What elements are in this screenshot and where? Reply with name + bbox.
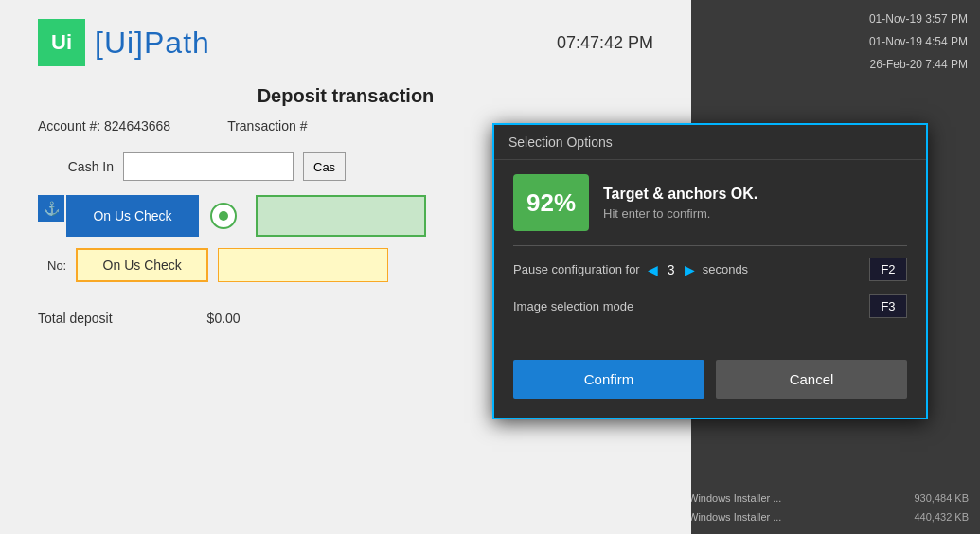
cash-in-input[interactable]: [123, 152, 294, 181]
logo-icon: Ui: [38, 19, 85, 66]
on-us-check-button-yellow[interactable]: On Us Check: [76, 248, 208, 282]
cash-button[interactable]: Cas: [303, 152, 346, 181]
logo-text: [Ui]Path: [95, 26, 210, 61]
pause-controls: ◀ 3 ▶: [648, 262, 695, 277]
target-inner: [219, 211, 228, 221]
anchor-icon: ⚓: [38, 195, 64, 222]
on-us-check-button-blue[interactable]: On Us Check: [66, 195, 199, 237]
success-title: Target & anchors OK.: [603, 186, 757, 203]
log-row-2: 01-Nov-19 4:54 PM: [685, 32, 972, 51]
time-display: 07:47:42 PM: [557, 33, 653, 53]
log-row-1: 01-Nov-19 3:57 PM: [685, 9, 972, 28]
modal-title: Selection Options: [508, 134, 613, 150]
deposit-title: Deposit transaction: [38, 85, 653, 107]
transaction-label: Transaction #: [227, 118, 307, 134]
total-value: $0.00: [207, 311, 241, 326]
confirm-button[interactable]: Confirm: [513, 360, 704, 399]
task-row-1: Windows Installer ... 930,484 KB: [685, 490, 972, 506]
task-name-1: Windows Installer ...: [688, 492, 781, 504]
f2-key-badge: F2: [869, 258, 907, 281]
modal-footer: Confirm Cancel: [494, 346, 926, 418]
success-text: Target & anchors OK. Hit enter to confir…: [603, 186, 757, 221]
yellow-input-field[interactable]: [218, 248, 388, 282]
header: Ui [Ui]Path 07:47:42 PM: [38, 19, 653, 66]
target-icon: [210, 203, 237, 229]
cash-in-label: Cash In: [38, 159, 114, 174]
pause-increment[interactable]: ▶: [685, 262, 695, 277]
selection-options-modal: Selection Options 92% Target & anchors O…: [492, 123, 928, 419]
task-size-1: 930,484 KB: [915, 492, 970, 504]
pause-value: 3: [664, 262, 679, 277]
percent-badge: 92%: [513, 174, 589, 231]
modal-title-bar: Selection Options: [494, 125, 926, 160]
f3-key-badge: F3: [869, 294, 907, 318]
log-row-3: 26-Feb-20 7:44 PM: [685, 55, 972, 74]
notes-label: No:: [47, 258, 66, 273]
target-container: [210, 203, 244, 229]
pause-decrement[interactable]: ◀: [648, 262, 658, 277]
task-name-2: Windows Installer ...: [688, 511, 781, 523]
pause-config-row: Pause configuration for ◀ 3 ▶ seconds F2: [513, 258, 907, 281]
header-left: Ui [Ui]Path: [38, 19, 210, 66]
modal-divider: [513, 245, 907, 246]
task-row-2: Windows Installer ... 440,432 KB: [685, 509, 972, 525]
account-label: Account #: 824643668: [38, 118, 170, 134]
image-selection-row: Image selection mode F3: [513, 294, 907, 318]
modal-body: 92% Target & anchors OK. Hit enter to co…: [494, 160, 926, 346]
total-label: Total deposit: [38, 311, 113, 326]
task-size-2: 440,432 KB: [915, 511, 970, 523]
success-subtitle: Hit enter to confirm.: [603, 206, 757, 221]
cancel-button[interactable]: Cancel: [716, 360, 907, 399]
pause-label: Pause configuration for: [513, 262, 640, 276]
image-selection-label: Image selection mode: [513, 299, 633, 313]
green-input-field[interactable]: [256, 195, 426, 237]
pause-left: Pause configuration for ◀ 3 ▶ seconds: [513, 262, 748, 277]
success-banner: 92% Target & anchors OK. Hit enter to co…: [513, 174, 907, 231]
pause-unit: seconds: [703, 262, 748, 276]
